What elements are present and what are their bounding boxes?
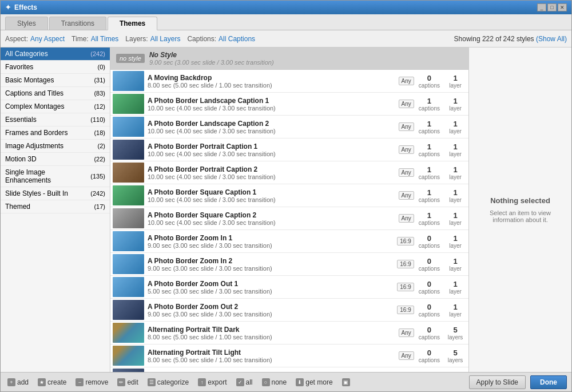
no-style-name: No Style [149,51,274,59]
layers-filter: Layers: All Layers [125,35,180,43]
sidebar-item-label: Single Image Enhancements [5,168,90,184]
captions-label: captions [419,220,440,226]
categorize-button[interactable]: ☰ categorize [145,377,191,387]
layers-count: 1 [450,120,460,128]
none-button[interactable]: ○ none [260,377,289,387]
style-row[interactable]: A Photo Border Zoom Out 1 5.00 sec (3.00… [110,276,468,299]
style-row[interactable]: Alternating Portrait Tilt Light 8.00 sec… [110,345,468,367]
style-info: Alternating Portrait Tilt Light 8.00 sec… [148,349,399,363]
categorize-icon: ☰ [148,378,156,386]
sidebar-item-count: (110) [90,116,105,123]
captions-count: 1 [424,165,434,174]
sidebar-item-favorites[interactable]: Favorites(0) [1,61,110,74]
captions-value[interactable]: All Captions [219,35,255,43]
captions-count: 0 [424,257,434,266]
sidebar-item-label: All Categories [5,50,48,58]
style-time: 9.00 sec (3.00 sec slide / 3.00 sec tran… [148,265,397,272]
done-button[interactable]: Done [530,375,567,389]
no-style-row[interactable]: no styleNo Style9.00 sec (3.00 sec slide… [110,47,468,70]
sidebar-item-slide-styles---built-in[interactable]: Slide Styles - Built In(242) [1,187,110,200]
layers-count: 1 [450,165,460,174]
style-row[interactable]: A Photo Border Zoom In 2 9.00 sec (3.00 … [110,253,468,276]
captions-group: 1 captions [419,142,440,157]
maximize-button[interactable]: □ [547,3,557,11]
no-style-time: 9.00 sec (3.00 sec slide / 3.00 sec tran… [149,59,274,66]
create-button[interactable]: ★ create [35,377,69,387]
layers-count: 1 [450,234,460,243]
style-row[interactable]: Alternating Portrait Tilt Dark 8.00 sec … [110,322,468,345]
time-value[interactable]: All Times [91,35,119,43]
get-more-icon: ⬇ [296,378,304,386]
bottom-bar: + add ★ create − remove ✏ edit ☰ categor… [1,372,571,391]
aspect-value[interactable]: Any Aspect [30,35,65,43]
close-button[interactable]: ✕ [558,3,567,11]
minimize-button[interactable]: _ [537,3,546,11]
captions-filter: Captions: All Captions [187,35,255,43]
aspect-badge: Any [399,328,414,337]
sidebar-item-single-image-enhancements[interactable]: Single Image Enhancements(135) [1,166,110,187]
sidebar-item-label: Essentials [5,116,37,124]
style-row[interactable]: A Photo Border Landscape Caption 2 10.00… [110,116,468,138]
style-row[interactable]: A Photo Border Square Caption 1 10.00 se… [110,184,468,207]
style-meta: 16:9 0 captions 1 layer [397,280,466,295]
time-filter: Time: All Times [72,35,118,43]
aspect-badge: 16:9 [397,306,414,314]
style-row[interactable]: A Photo Border Zoom Out 2 9.00 sec (3.00… [110,299,468,322]
style-time: 5.00 sec (3.00 sec slide / 3.00 sec tran… [148,288,397,295]
edit-button[interactable]: ✏ edit [115,377,140,387]
show-all-link[interactable]: (Show All) [536,35,567,43]
sidebar-item-motion-3d[interactable]: Motion 3D(22) [1,153,110,166]
remove-button[interactable]: − remove [73,377,110,387]
tab-styles[interactable]: Styles [5,17,48,30]
filter-bar: Aspect: Any Aspect Time: All Times Layer… [1,30,571,47]
style-info: A Photo Border Zoom In 1 9.00 sec (3.00 … [148,234,397,249]
get-more-button[interactable]: ⬇ get more [293,377,335,387]
tab-themes[interactable]: Themes [108,17,157,30]
title-bar: ✦ Effects _ □ ✕ [1,1,571,14]
title-bar-buttons: _ □ ✕ [537,3,567,11]
aspect-badge: 16:9 [397,260,414,268]
sidebar-item-label: Slide Styles - Built In [5,189,68,197]
layers-group: 1 layer [447,211,464,226]
export-button[interactable]: ↑ export [196,377,229,387]
none-icon: ○ [262,378,270,386]
aspect-filter: Aspect: Any Aspect [5,35,65,43]
sidebar-item-captions-and-titles[interactable]: Captions and Titles(83) [1,87,110,100]
edit-icon: ✏ [117,378,125,386]
sidebar-item-image-adjustments[interactable]: Image Adjustments(2) [1,140,110,153]
sidebar-item-all-categories[interactable]: All Categories(242) [1,47,110,61]
sidebar-item-essentials[interactable]: Essentials(110) [1,113,110,126]
none-label: none [272,378,287,386]
captions-count: 0 [424,349,434,357]
captions-group: 0 captions [419,349,440,363]
style-row[interactable]: Backdrop Dark Caption 1 10.00 sec (4.00 … [110,367,468,372]
add-button[interactable]: + add [5,377,31,387]
layers-count: 1 [450,97,460,105]
captions-label: captions [419,266,440,272]
style-row[interactable]: A Photo Border Zoom In 1 9.00 sec (3.00 … [110,230,468,253]
layers-count: 1 [450,142,460,151]
style-row[interactable]: A Photo Border Portrait Caption 1 10.00 … [110,138,468,161]
monitor-button[interactable]: ▣ [340,377,352,387]
tab-transitions[interactable]: Transitions [49,17,106,30]
showing-text: Showing 222 of 242 styles (Show All) [454,35,567,43]
style-thumbnail [113,323,144,343]
style-row[interactable]: A Photo Border Square Caption 2 10.00 se… [110,207,468,230]
style-name: A Photo Border Zoom In 2 [148,257,397,265]
aspect-badge: Any [399,351,414,360]
get-more-label: get more [305,378,332,386]
layers-count: 5 [450,349,460,357]
layers-count: 1 [450,280,460,288]
sidebar-item-basic-montages[interactable]: Basic Montages(31) [1,74,110,87]
sidebar-item-frames-and-borders[interactable]: Frames and Borders(18) [1,126,110,140]
layers-value[interactable]: All Layers [150,35,181,43]
all-button[interactable]: ✓ all [234,377,255,387]
style-row[interactable]: A Photo Border Landscape Caption 1 10.00… [110,93,468,116]
style-row[interactable]: A Moving Backdrop 8.00 sec (5.00 sec sli… [110,70,468,93]
layers-label: layers [447,357,464,363]
style-row[interactable]: A Photo Border Portrait Caption 2 10.00 … [110,161,468,184]
captions-group: 1 captions [419,120,440,134]
sidebar-item-complex-montages[interactable]: Complex Montages(12) [1,100,110,113]
sidebar-item-themed[interactable]: Themed(17) [1,200,110,213]
apply-to-slide-button[interactable]: Apply to Slide [469,375,526,389]
